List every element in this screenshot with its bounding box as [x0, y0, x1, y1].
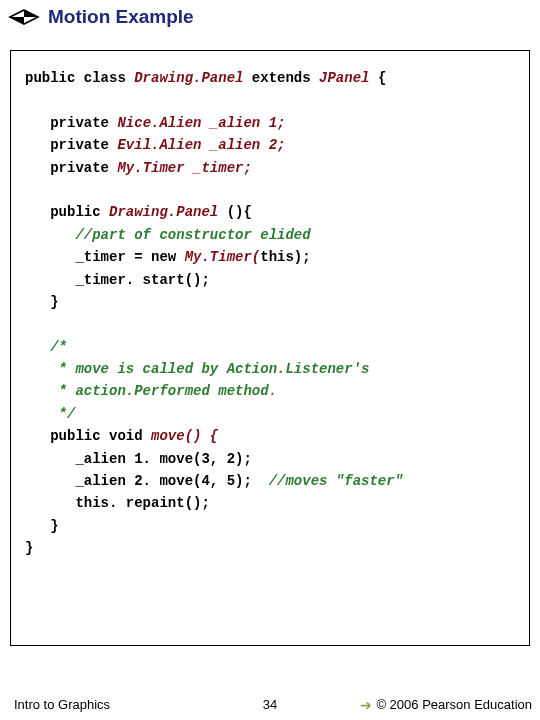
copyright-text: © 2006 Pearson Education [376, 697, 532, 712]
footer-left-text: Intro to Graphics [14, 697, 110, 712]
code-text: private [25, 115, 117, 131]
code-text: this [25, 495, 109, 511]
footer-right: ➔ © 2006 Pearson Education [360, 697, 532, 713]
slide-header: Motion Example [0, 0, 540, 32]
code-text: new [151, 249, 185, 265]
code-comment: */ [25, 406, 75, 422]
code-comment: * move is called by Action.Listener's [25, 361, 369, 377]
code-text: JPanel [319, 70, 378, 86]
code-text: this); [260, 249, 310, 265]
code-text: Drawing.Panel [134, 70, 252, 86]
code-text: extends [252, 70, 319, 86]
arrow-right-icon: ➔ [360, 697, 372, 713]
code-text: { [378, 70, 386, 86]
code-text: _alien 1. move(3, 2); [25, 451, 252, 467]
code-text: _timer = [25, 249, 151, 265]
code-text: _alien 2. move(4, 5); [25, 473, 269, 489]
code-text: _timer. start(); [25, 272, 210, 288]
code-block: public class Drawing.Panel extends JPane… [25, 67, 515, 560]
code-text: . repaint(); [109, 495, 210, 511]
code-container: public class Drawing.Panel extends JPane… [10, 50, 530, 646]
code-text: Nice.Alien _alien 1; [117, 115, 285, 131]
code-text: My.Timer( [185, 249, 261, 265]
code-text: public [25, 204, 109, 220]
code-text: public void [25, 428, 151, 444]
code-text: Evil.Alien _alien 2; [117, 137, 285, 153]
code-text: } [25, 540, 33, 556]
code-text: My.Timer _timer; [117, 160, 251, 176]
slide-title: Motion Example [48, 6, 194, 28]
code-text: (){ [227, 204, 252, 220]
code-text: Drawing.Panel [109, 204, 227, 220]
code-text: private [25, 160, 117, 176]
code-text: private [25, 137, 117, 153]
code-text: } [25, 518, 59, 534]
slide-footer: Intro to Graphics 34 ➔ © 2006 Pearson Ed… [0, 697, 540, 712]
diamond-bullet-icon [8, 8, 40, 26]
code-text: public class [25, 70, 134, 86]
code-text: move() { [151, 428, 218, 444]
code-comment: //moves "faster" [269, 473, 403, 489]
code-comment: //part of constructor elided [25, 227, 311, 243]
slide: Motion Example public class Drawing.Pane… [0, 0, 540, 720]
code-text: } [25, 294, 59, 310]
code-comment: * action.Performed method. [25, 383, 277, 399]
code-comment: /* [25, 339, 67, 355]
